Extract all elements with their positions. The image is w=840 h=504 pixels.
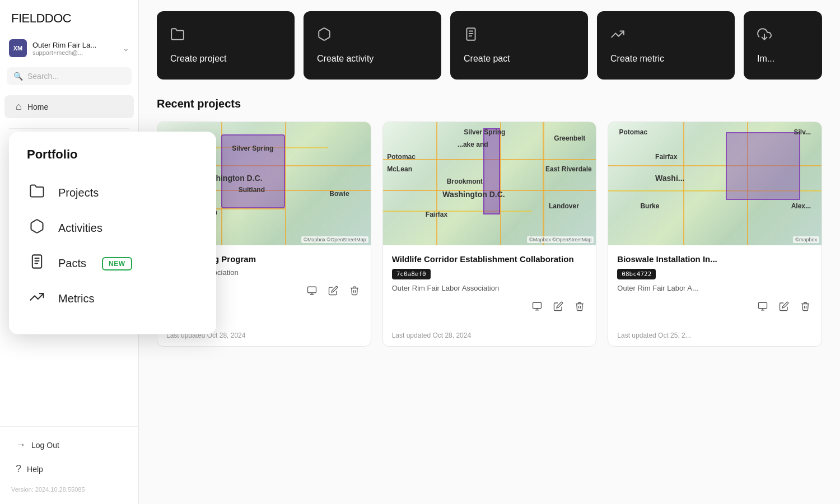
create-pact-icon: [464, 27, 575, 45]
create-activity-label: Create activity: [317, 54, 428, 64]
search-bar[interactable]: 🔍 Search...: [7, 67, 132, 85]
activities-icon: [27, 218, 47, 238]
metrics-icon: [27, 289, 47, 309]
project-id: 08bc4722: [617, 269, 656, 279]
version-label: Version: 2024.10.28.55085: [0, 482, 138, 497]
create-project-label: Create project: [170, 54, 281, 64]
new-badge: NEW: [102, 257, 132, 270]
sidebar-bottom: → Log Out ? Help Version: 2024.10.28.550…: [0, 426, 138, 504]
svg-rect-1: [466, 28, 475, 40]
metrics-label: Metrics: [58, 292, 94, 305]
svg-rect-0: [32, 255, 41, 268]
project-map: Silver Spring Potomac Greenbelt McLean E…: [383, 122, 596, 245]
user-menu[interactable]: XM Outer Rim Fair La... support+mech@...…: [0, 35, 138, 62]
portfolio-item-metrics[interactable]: Metrics: [27, 281, 198, 316]
import-card[interactable]: Im...: [744, 11, 822, 80]
sidebar: FIELDDOC XM Outer Rim Fair La... support…: [0, 0, 139, 504]
svg-rect-3: [307, 287, 316, 293]
view-button[interactable]: [755, 299, 770, 316]
portfolio-item-projects[interactable]: Projects: [27, 175, 198, 211]
user-email: support+mech@...: [32, 49, 117, 56]
create-pact-label: Create pact: [464, 54, 575, 64]
main-nav: ⌂ Home: [0, 91, 138, 124]
recent-projects-title: Recent projects: [157, 97, 822, 110]
portfolio-item-pacts[interactable]: Pacts NEW: [27, 246, 198, 281]
view-button[interactable]: [530, 299, 544, 316]
edit-button[interactable]: [551, 299, 566, 316]
import-label: Im...: [757, 54, 809, 64]
project-name: Wildlife Corridor Establishment Collabor…: [392, 254, 587, 264]
svg-rect-9: [759, 302, 767, 309]
main-content: Create project Create activity Crea: [139, 0, 840, 504]
projects-label: Projects: [58, 186, 99, 199]
create-metric-icon: [610, 27, 721, 45]
project-updated: Last updated Oct 28, 2024: [383, 332, 596, 346]
sidebar-item-home[interactable]: ⌂ Home: [4, 95, 134, 118]
app-logo[interactable]: FIELDDOC: [0, 0, 138, 35]
search-placeholder: Search...: [27, 72, 59, 81]
edit-button[interactable]: [777, 299, 791, 316]
sidebar-item-label: Help: [27, 465, 43, 474]
project-org: Outer Rim Fair Labor Association: [392, 284, 587, 292]
pacts-label: Pacts: [58, 257, 86, 270]
create-metric-card[interactable]: Create metric: [597, 11, 735, 80]
project-org: Outer Rim Fair Labor A...: [617, 284, 813, 292]
edit-button[interactable]: [326, 283, 340, 300]
create-project-card[interactable]: Create project: [157, 11, 295, 80]
sidebar-item-logout[interactable]: → Log Out: [4, 433, 134, 456]
logout-icon: →: [16, 439, 26, 451]
delete-button[interactable]: [572, 299, 587, 316]
create-project-icon: [170, 27, 281, 45]
quick-actions-bar: Create project Create activity Crea: [157, 11, 822, 80]
user-name: Outer Rim Fair La...: [32, 41, 117, 49]
create-activity-card[interactable]: Create activity: [304, 11, 441, 80]
chevron-down-icon: ⌄: [123, 44, 129, 53]
import-icon: [757, 27, 809, 45]
create-pact-card[interactable]: Create pact: [450, 11, 588, 80]
project-card[interactable]: Potomac Silv... Washi... Fairfax Burke A…: [608, 122, 822, 347]
map-attribution: ©mapbox: [793, 236, 819, 243]
user-info: Outer Rim Fair La... support+mech@...: [32, 41, 117, 56]
pacts-icon: [27, 254, 47, 273]
sidebar-item-label: Log Out: [31, 441, 59, 450]
project-id: 7c0a8ef0: [392, 269, 431, 279]
project-info: Wildlife Corridor Establishment Collabor…: [383, 245, 596, 332]
project-actions: [617, 299, 813, 316]
avatar: XM: [9, 39, 27, 57]
map-attribution: ©Mapbox ©OpenStreetMap: [301, 236, 368, 243]
create-activity-icon: [317, 27, 428, 45]
activities-label: Activities: [58, 222, 102, 235]
project-actions: [392, 299, 587, 316]
help-icon: ?: [16, 463, 21, 475]
home-icon: ⌂: [16, 101, 22, 113]
project-updated: Last updated Oct 25, 2...: [608, 332, 822, 346]
view-button[interactable]: [305, 283, 319, 300]
projects-grid: Silver Spring Washington D.C. Bowie Alex…: [157, 122, 822, 347]
logo-bold: FIELD: [11, 11, 45, 25]
portfolio-dropdown: Portfolio Projects Activities: [9, 132, 216, 334]
logo-light: DOC: [45, 11, 71, 25]
sidebar-item-label: Home: [27, 102, 48, 111]
portfolio-title: Portfolio: [27, 147, 198, 162]
svg-rect-6: [533, 302, 542, 309]
create-metric-label: Create metric: [610, 54, 721, 64]
delete-button[interactable]: [798, 299, 813, 316]
project-info: Bioswale Installation In... 08bc4722 Out…: [608, 245, 822, 332]
project-name: Bioswale Installation In...: [617, 254, 813, 264]
project-card[interactable]: Silver Spring Potomac Greenbelt McLean E…: [382, 122, 597, 347]
projects-icon: [27, 183, 47, 203]
nav-divider: [9, 128, 129, 129]
delete-button[interactable]: [347, 283, 362, 300]
map-attribution: ©Mapbox ©OpenStreetMap: [527, 236, 594, 243]
search-icon: 🔍: [13, 72, 23, 81]
portfolio-item-activities[interactable]: Activities: [27, 211, 198, 246]
project-map: Potomac Silv... Washi... Fairfax Burke A…: [608, 122, 822, 245]
sidebar-item-help[interactable]: ? Help: [4, 458, 134, 480]
